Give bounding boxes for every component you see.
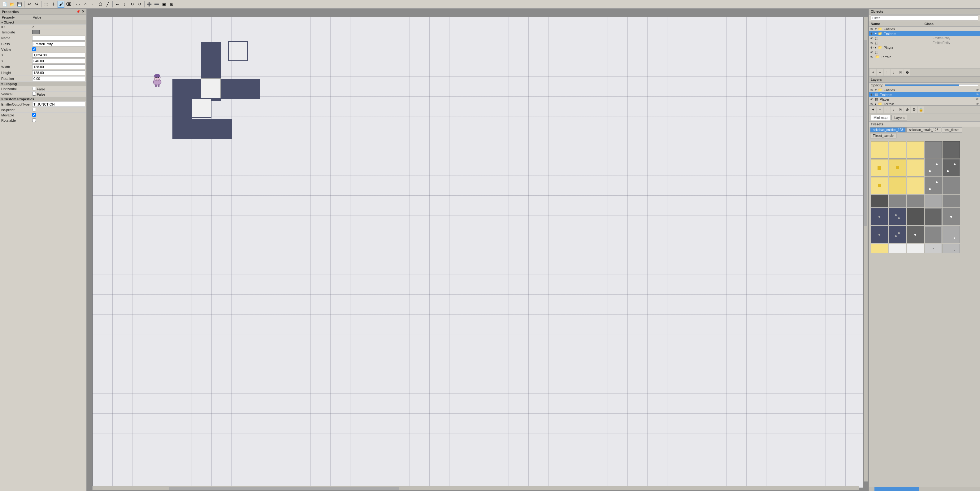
template-swatch[interactable] <box>32 30 40 34</box>
tileset-tab-entities[interactable]: sokoban_entities_128 <box>870 127 906 132</box>
tile-0-2[interactable] <box>907 141 924 158</box>
ellipse-shape-button[interactable]: ○ <box>82 1 89 8</box>
visible-checkbox[interactable] <box>32 47 36 51</box>
tile-3-1[interactable] <box>889 195 906 207</box>
tile-5-4[interactable] <box>943 226 960 243</box>
class-input[interactable] <box>32 41 85 46</box>
select-tool-button[interactable]: ⬚ <box>43 1 49 8</box>
layer-up-button[interactable]: ↑ <box>884 107 890 113</box>
rotation-input[interactable] <box>32 76 85 81</box>
layer-entities[interactable]: 👁 ▾ 📁 Entities 👁 <box>869 88 980 92</box>
tile-4-0[interactable] <box>871 208 888 225</box>
opacity-slider[interactable] <box>885 84 978 86</box>
save-button[interactable]: 💾 <box>16 1 23 8</box>
canvas-grid[interactable] <box>92 17 863 488</box>
obj-add-button[interactable]: + <box>870 69 876 75</box>
tile-0-0[interactable] <box>871 141 888 158</box>
horizontal-scrollbar[interactable] <box>92 486 859 490</box>
rotate-cw-button[interactable]: ↻ <box>129 1 135 8</box>
layer-lock-button[interactable]: 🔒 <box>918 107 924 113</box>
layer-terrain-arrow[interactable]: ▸ <box>875 102 877 105</box>
tile-5-2[interactable] <box>907 226 924 243</box>
tileset-hscroll-thumb[interactable] <box>875 487 919 491</box>
tile-0-1[interactable] <box>889 141 906 158</box>
tree-item-player-group[interactable]: 👁 ▸ 📁 Player <box>869 45 980 50</box>
ungroup-button[interactable]: ⊞ <box>168 1 175 8</box>
layer-player-vis[interactable]: 👁 <box>976 97 979 101</box>
tile-1-0[interactable] <box>871 159 888 177</box>
new-button[interactable]: 📄 <box>1 1 8 8</box>
x-input[interactable] <box>32 53 85 57</box>
layer-duplicate-button[interactable]: ⎘ <box>897 107 904 113</box>
tile-0-3[interactable] <box>924 141 942 158</box>
redo-button[interactable]: ↪ <box>33 1 40 8</box>
tile-6-1[interactable] <box>889 244 906 253</box>
layer-settings-button[interactable]: ⚙ <box>911 107 917 113</box>
section-flipping[interactable]: Flipping <box>0 82 86 86</box>
tile-2-3[interactable] <box>924 177 942 194</box>
tile-3-0[interactable] <box>871 195 888 207</box>
stamp-tool-button[interactable]: 🖌 <box>57 1 64 8</box>
layer-emitters[interactable]: 👁 ▤ Emitters 👁 <box>869 92 980 97</box>
point-button[interactable]: · <box>89 1 96 8</box>
section-object[interactable]: Object <box>0 20 86 25</box>
emitter2-eye-icon[interactable]: 👁 <box>870 41 873 45</box>
entities-eye-icon[interactable]: 👁 <box>870 27 873 31</box>
tree-item-emitter2[interactable]: 👁 ⬚ EmitterEntity <box>869 41 980 45</box>
section-custom[interactable]: Custom Properties <box>0 97 86 102</box>
layer-terrain-eye[interactable]: 👁 <box>870 102 873 105</box>
tile-4-2[interactable] <box>907 208 924 225</box>
layer-terrain-vis[interactable]: 👁 <box>976 102 979 105</box>
h-scroll-thumb[interactable] <box>169 487 399 490</box>
emitter1-eye-icon[interactable]: 👁 <box>870 37 873 40</box>
v-scroll-thumb[interactable] <box>864 40 867 226</box>
terrain-eye-icon[interactable]: 👁 <box>870 55 873 59</box>
layer-merge-button[interactable]: ⊕ <box>904 107 910 113</box>
undo-button[interactable]: ↩ <box>26 1 32 8</box>
entities-expand-arrow[interactable]: ▾ <box>875 27 877 31</box>
movable-checkbox[interactable] <box>32 113 36 117</box>
layer-player[interactable]: 👁 ▤ Player 👁 <box>869 97 980 102</box>
tile-1-1[interactable] <box>889 159 906 177</box>
player-obj-eye-icon[interactable]: 👁 <box>870 51 873 54</box>
layer-emitters-eye[interactable]: 👁 <box>870 93 873 97</box>
tileset-tab-terrain[interactable]: sokoban_terrain_128 <box>906 127 941 132</box>
tile-4-3[interactable] <box>924 208 942 225</box>
layer-entities-arrow[interactable]: ▾ <box>875 88 877 92</box>
objects-filter-input[interactable] <box>871 16 978 21</box>
rect-shape-button[interactable]: ▭ <box>75 1 81 8</box>
add-object-button[interactable]: ➕ <box>146 1 153 8</box>
properties-close-button[interactable]: ✕ <box>82 10 84 14</box>
obj-settings-button[interactable]: ⚙ <box>904 69 910 75</box>
layer-entities-vis[interactable]: 👁 <box>976 88 979 92</box>
flip-h-button[interactable]: ↔ <box>114 1 121 8</box>
open-button[interactable]: 📂 <box>9 1 16 8</box>
emitter-box-1[interactable] <box>228 41 248 61</box>
player-eye-icon[interactable]: 👁 <box>870 46 873 49</box>
vertical-flip-checkbox[interactable] <box>32 92 36 96</box>
map-canvas[interactable] <box>92 17 863 488</box>
canvas-area[interactable] <box>87 9 869 491</box>
tile-2-4[interactable] <box>943 177 960 194</box>
tileset-tab-sample[interactable]: Tileset_sample <box>870 133 896 139</box>
tile-6-0[interactable] <box>871 244 888 253</box>
group-button[interactable]: ▣ <box>161 1 167 8</box>
obj-duplicate-button[interactable]: ⎘ <box>897 69 904 75</box>
tree-item-terrain[interactable]: 👁 📁 Terrain <box>869 54 980 59</box>
tileset-hscroll[interactable] <box>869 487 980 491</box>
minimap-tab[interactable]: Mini-map <box>871 115 890 120</box>
tileset-tab-test[interactable]: test_tileset <box>942 127 962 132</box>
height-input[interactable] <box>32 70 85 75</box>
tile-0-4[interactable] <box>943 141 960 158</box>
emitters-expand-arrow[interactable]: ▾ <box>875 32 877 35</box>
player-expand-arrow[interactable]: ▸ <box>875 46 877 49</box>
layers-tab[interactable]: Layers <box>891 115 907 120</box>
tile-3-4[interactable] <box>943 195 960 207</box>
emitters-eye-icon[interactable]: 👁 <box>870 32 873 36</box>
tree-item-emitters[interactable]: 👁 ▾ 📁 Emitters <box>869 31 980 36</box>
tile-3-2[interactable] <box>907 195 924 207</box>
flip-v-button[interactable]: ↕ <box>121 1 128 8</box>
width-input[interactable] <box>32 64 85 69</box>
tile-1-2[interactable] <box>907 159 924 177</box>
y-input[interactable] <box>32 59 85 64</box>
